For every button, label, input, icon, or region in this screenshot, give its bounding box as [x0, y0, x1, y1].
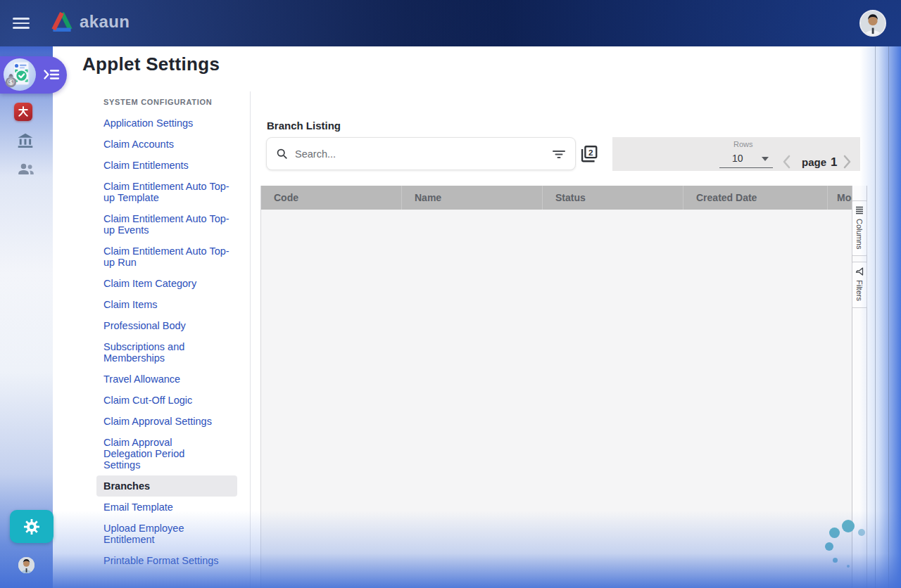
page-title: Applet Settings: [82, 53, 220, 75]
hamburger-menu-button[interactable]: [13, 18, 30, 29]
rows-per-page-select[interactable]: 10: [719, 149, 773, 168]
search-bar: [266, 137, 576, 170]
column-header[interactable]: Modi: [828, 186, 852, 210]
column-header[interactable]: Created Date: [683, 186, 828, 210]
svg-text:2: 2: [588, 148, 593, 157]
duplicate-layer-button[interactable]: 2: [579, 144, 599, 164]
menu-collapse-icon[interactable]: [42, 65, 61, 84]
tab-filters[interactable]: Filters: [852, 262, 867, 308]
tab-columns-label: Columns: [855, 219, 864, 249]
decor-dot: [829, 528, 840, 538]
app-window: akaun: [0, 0, 901, 588]
rows-label: Rows: [733, 140, 753, 148]
nav-section-label: SYSTEM CONFIGURATION: [103, 98, 250, 106]
nav-item[interactable]: Branches: [96, 475, 237, 497]
filter-list-icon[interactable]: [552, 147, 566, 161]
user-photo: [861, 11, 885, 35]
edge-line: [888, 46, 889, 588]
nav-item[interactable]: Claim Entitlement Auto Top-up Template: [96, 176, 237, 208]
page-number: 1: [831, 155, 837, 169]
chevron-down-icon: [762, 157, 769, 161]
decor-dot: [825, 542, 833, 551]
search-input[interactable]: [294, 148, 552, 160]
logo-triangle-icon: [49, 9, 75, 34]
nav-item[interactable]: Claim Entitlement Auto Top-up Run: [96, 241, 237, 273]
rows-value: 10: [732, 153, 743, 164]
logo-text: akaun: [80, 12, 130, 32]
nav-item[interactable]: Claim Item Category: [96, 273, 237, 294]
nav-item[interactable]: Upload Employee Entitlement: [96, 518, 237, 550]
table-body-empty: [261, 210, 852, 588]
topbar: akaun: [0, 0, 901, 46]
settings-button[interactable]: [10, 510, 53, 543]
column-header[interactable]: Name: [402, 186, 543, 210]
column-header[interactable]: Status: [543, 186, 683, 210]
previous-page-button[interactable]: [780, 153, 795, 170]
decor-dot: [842, 520, 855, 532]
nav-item[interactable]: Claim Accounts: [96, 134, 237, 155]
tab-filters-label: Filters: [855, 280, 864, 301]
nav-item[interactable]: Professional Body: [96, 315, 237, 336]
nav-item[interactable]: Claim Approval Settings: [96, 411, 237, 432]
table-header-row: Code Name Status Created Date Modi: [261, 186, 852, 210]
active-applet-pill[interactable]: $: [0, 56, 67, 94]
profile-avatar[interactable]: [18, 557, 34, 573]
claim-applet-icon: $: [4, 58, 36, 91]
nav-item[interactable]: Travel Allowance: [96, 369, 237, 390]
users-applet-button[interactable]: [16, 160, 36, 182]
nav-item[interactable]: Claim Approval Delegation Period Setting…: [96, 432, 209, 475]
user-avatar[interactable]: [859, 10, 886, 37]
nav-item[interactable]: Printable Format Settings: [96, 550, 237, 571]
nav-item[interactable]: Claim Entitlement Auto Top-up Events: [96, 208, 237, 241]
nav-item[interactable]: Claim Cut-Off Logic: [96, 390, 237, 411]
listing-title: Branch Listing: [267, 120, 341, 132]
nav-item[interactable]: Subscriptions and Memberships: [96, 336, 237, 369]
branch-table: Code Name Status Created Date Modi: [260, 186, 852, 588]
edge-line: [875, 46, 876, 588]
decor-dot: [847, 565, 850, 568]
settings-nav: SYSTEM CONFIGURATION Application Setting…: [53, 91, 251, 588]
decor-dot: [833, 558, 838, 563]
bank-applet-button[interactable]: [16, 132, 34, 153]
applet-rail: $: [0, 46, 53, 588]
next-page-button[interactable]: [840, 153, 855, 170]
dai-applet-button[interactable]: [14, 103, 32, 121]
tab-columns[interactable]: Columns: [852, 200, 867, 256]
nav-item[interactable]: Application Settings: [96, 113, 237, 134]
nav-list: Application Settings Claim Accounts Clai…: [96, 113, 237, 571]
page-indicator: page1: [802, 155, 837, 170]
nav-item[interactable]: Claim Items: [96, 294, 237, 315]
columns-icon: [855, 206, 864, 215]
app-logo: akaun: [49, 9, 130, 34]
column-header[interactable]: Code: [261, 186, 402, 210]
svg-text:$: $: [9, 79, 13, 86]
decor-dot: [858, 529, 865, 536]
search-icon: [276, 148, 288, 160]
filter-funnel-icon: [855, 267, 864, 276]
nav-item[interactable]: Email Template: [96, 497, 237, 518]
nav-item[interactable]: Claim Entitlements: [96, 155, 237, 176]
